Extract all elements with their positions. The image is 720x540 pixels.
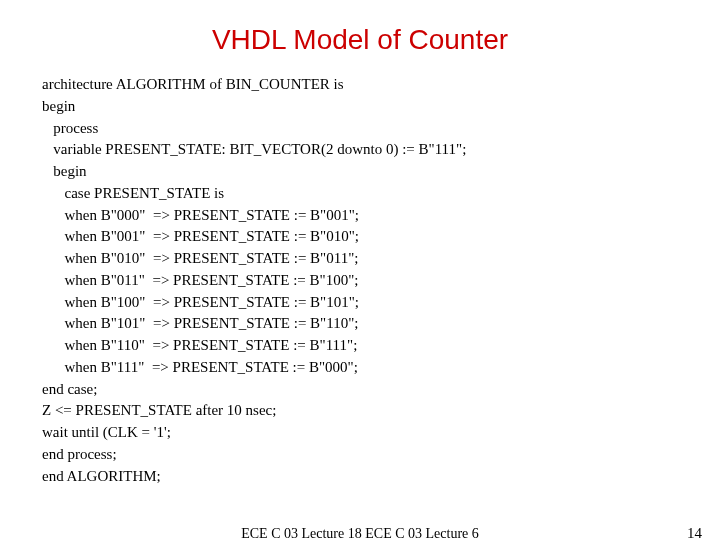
code-line: architecture ALGORITHM of BIN_COUNTER is	[42, 76, 344, 92]
code-line: wait until (CLK = '1';	[42, 424, 171, 440]
code-line: when B"100" => PRESENT_STATE := B"101";	[42, 294, 359, 310]
code-line: Z <= PRESENT_STATE after 10 nsec;	[42, 402, 276, 418]
slide-title: VHDL Model of Counter	[0, 24, 720, 56]
page-number: 14	[687, 525, 702, 540]
code-line: when B"011" => PRESENT_STATE := B"100";	[42, 272, 358, 288]
code-line: when B"101" => PRESENT_STATE := B"110";	[42, 315, 358, 331]
code-line: variable PRESENT_STATE: BIT_VECTOR(2 dow…	[42, 141, 466, 157]
code-line: when B"010" => PRESENT_STATE := B"011";	[42, 250, 358, 266]
code-line: begin	[42, 98, 75, 114]
code-line: when B"000" => PRESENT_STATE := B"001";	[42, 207, 359, 223]
code-line: end ALGORITHM;	[42, 466, 161, 488]
code-line: process	[42, 120, 98, 136]
code-line: end process;	[42, 446, 117, 462]
code-line: begin	[42, 163, 87, 179]
code-block: architecture ALGORITHM of BIN_COUNTER is…	[42, 74, 720, 487]
code-line: when B"001" => PRESENT_STATE := B"010";	[42, 228, 359, 244]
code-line: end case;	[42, 381, 97, 397]
slide: VHDL Model of Counter architecture ALGOR…	[0, 24, 720, 540]
code-line: case PRESENT_STATE is	[42, 185, 224, 201]
footer-text: ECE C 03 Lecture 18 ECE C 03 Lecture 6	[0, 526, 720, 540]
code-line: when B"110" => PRESENT_STATE := B"111";	[42, 337, 357, 353]
code-line: when B"111" => PRESENT_STATE := B"000";	[42, 359, 358, 375]
